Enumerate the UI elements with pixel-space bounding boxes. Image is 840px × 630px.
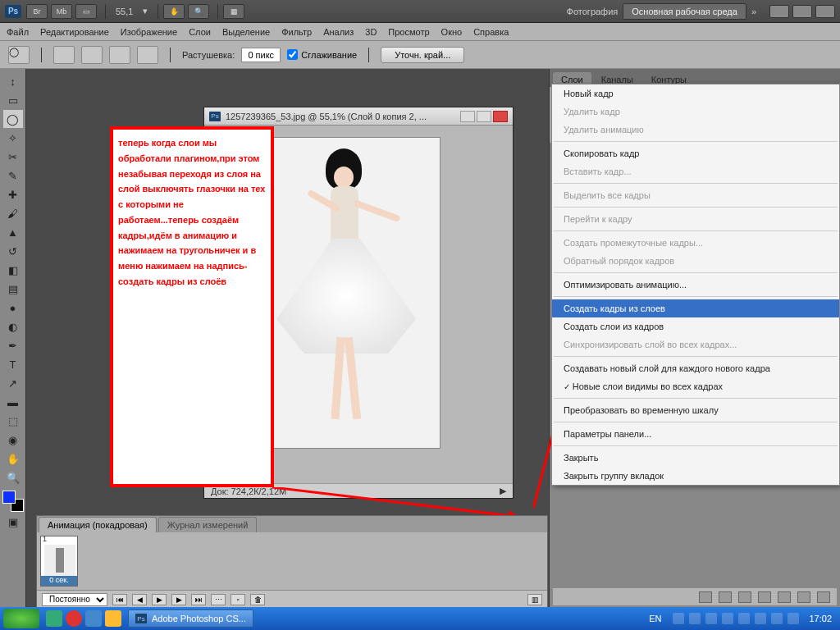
menu-close-tab-group[interactable]: Закрыть группу вкладок (552, 467, 839, 485)
link-layers-icon[interactable] (699, 591, 712, 603)
ql-folder-icon[interactable] (105, 610, 121, 627)
bridge-button[interactable]: Br (26, 4, 48, 19)
tray-icon-5[interactable] (738, 613, 750, 624)
move-tool[interactable]: ↕ (3, 72, 23, 90)
dodge-tool[interactable]: ◐ (3, 317, 23, 336)
delete-layer-icon[interactable] (817, 591, 830, 603)
menu-analysis[interactable]: Анализ (323, 27, 354, 37)
selection-new-icon[interactable] (53, 46, 75, 64)
eyedropper-tool[interactable]: ✎ (3, 167, 23, 185)
menu-window[interactable]: Окно (441, 27, 463, 37)
tray-icon-7[interactable] (771, 613, 783, 624)
crop-tool[interactable]: ✂ (3, 148, 23, 166)
brush-tool[interactable]: 🖌 (3, 204, 23, 222)
ql-opera-icon[interactable] (66, 610, 82, 627)
lasso-tool[interactable]: ◯ (3, 110, 23, 128)
marquee-tool[interactable]: ▭ (3, 91, 23, 109)
menu-new-frame[interactable]: Новый кадр (552, 84, 839, 103)
history-brush-tool[interactable]: ↺ (3, 242, 23, 260)
frame-duration[interactable]: 0 сек. (41, 576, 77, 586)
blur-tool[interactable]: ● (3, 299, 23, 317)
selection-subtract-icon[interactable] (109, 46, 130, 64)
screenmode-button[interactable]: ▭ (75, 4, 97, 19)
ql-ie-icon[interactable] (85, 610, 102, 627)
taskbar-app-photoshop[interactable]: Ps Adobe Photoshop CS... (128, 609, 253, 628)
tray-antivirus-icon[interactable] (755, 613, 766, 624)
tray-volume-icon[interactable] (722, 613, 733, 624)
next-frame-button[interactable]: ▶ (171, 594, 186, 605)
new-frame-button[interactable]: ▫ (231, 594, 245, 605)
menu-view[interactable]: Просмотр (388, 27, 429, 37)
doc-maximize-button[interactable] (477, 111, 491, 122)
adjustment-layer-icon[interactable] (758, 591, 771, 603)
refine-edge-button[interactable]: Уточн. край... (381, 47, 464, 63)
zoom-button[interactable]: 🔍 (188, 4, 209, 19)
tray-icon-1[interactable] (673, 613, 684, 624)
menu-select[interactable]: Выделение (222, 27, 270, 37)
ql-icon-1[interactable] (46, 610, 62, 627)
stamp-tool[interactable]: ▲ (3, 223, 23, 241)
layer-mask-icon[interactable] (738, 591, 751, 603)
3d-tool[interactable]: ⬚ (3, 412, 23, 430)
shape-tool[interactable]: ▬ (3, 393, 23, 411)
doc-close-button[interactable] (493, 111, 508, 122)
tray-icon-2[interactable] (689, 613, 701, 624)
tween-button[interactable]: ⋯ (211, 594, 226, 605)
path-tool[interactable]: ↗ (3, 374, 23, 392)
document-titlebar[interactable]: Ps 1257239365_53.jpg @ 55,1% (Слой 0 коп… (204, 107, 513, 126)
prev-frame-button[interactable]: ◀ (132, 594, 147, 605)
menu-convert-timeline[interactable]: Преобразовать во временную шкалу (552, 401, 839, 419)
foreground-color-swatch[interactable] (2, 491, 16, 504)
new-layer-icon[interactable] (797, 591, 810, 603)
feather-input[interactable] (241, 48, 281, 62)
zoom-dropdown-icon[interactable]: ▾ (143, 6, 148, 16)
menu-close-panel[interactable]: Закрыть (552, 449, 839, 467)
menu-make-frames-from-layers[interactable]: Создать кадры из слоев (552, 299, 839, 317)
antialias-checkbox[interactable]: Сглаживание (287, 49, 357, 60)
current-tool-icon[interactable]: ◯ (8, 46, 30, 64)
zoom-tool[interactable]: 🔍 (3, 468, 23, 486)
selection-add-icon[interactable] (81, 46, 103, 64)
menu-flatten-frames[interactable]: Создать слои из кадров (552, 317, 839, 336)
workspace-more-icon[interactable]: » (751, 7, 756, 16)
menu-optimize-animation[interactable]: Оптимизировать анимацию... (552, 276, 839, 294)
essentials-label[interactable]: Фотография (567, 7, 619, 16)
3d-camera-tool[interactable]: ◉ (3, 431, 23, 449)
color-swatches[interactable] (2, 491, 24, 512)
window-minimize-button[interactable] (769, 5, 789, 18)
pen-tool[interactable]: ✒ (3, 336, 23, 354)
window-restore-button[interactable] (792, 5, 812, 18)
animation-tab[interactable]: Анимация (покадровая) (39, 517, 157, 532)
menu-3d[interactable]: 3D (365, 27, 377, 37)
menu-edit[interactable]: Редактирование (40, 27, 109, 37)
layer-group-icon[interactable] (778, 591, 791, 603)
hand-tool[interactable]: ✋ (3, 450, 23, 468)
tray-icon-8[interactable] (788, 613, 799, 624)
minibridge-button[interactable]: Mb (51, 4, 72, 19)
doc-status-arrow-icon[interactable]: ▶ (500, 486, 506, 496)
taskbar-clock[interactable]: 17:02 (809, 614, 832, 623)
menu-image[interactable]: Изображение (121, 27, 177, 37)
start-button[interactable] (3, 609, 39, 628)
menu-help[interactable]: Справка (473, 27, 509, 37)
menu-new-layer-per-frame[interactable]: Создавать новый слой для каждого нового … (552, 359, 839, 377)
menu-copy-frame[interactable]: Скопировать кадр (552, 144, 839, 162)
hand-button[interactable]: ✋ (163, 4, 185, 19)
window-close-button[interactable] (815, 5, 835, 18)
play-button[interactable]: ▶ (152, 594, 167, 605)
workspace-switcher[interactable]: Основная рабочая среда (623, 3, 746, 20)
menu-layer[interactable]: Слои (189, 27, 211, 37)
first-frame-button[interactable]: ⏮ (112, 594, 127, 605)
tray-icon-3[interactable] (705, 613, 717, 624)
animation-frame-1[interactable]: 1 0 сек. (40, 536, 78, 587)
menu-new-layers-visible[interactable]: Новые слои видимы во всех кадрах (552, 377, 839, 395)
quickmask-toggle[interactable]: ▣ (3, 513, 23, 531)
wand-tool[interactable]: ✧ (3, 129, 23, 147)
language-indicator[interactable]: EN (649, 614, 661, 623)
delete-frame-button[interactable]: 🗑 (250, 594, 265, 605)
timeline-mode-button[interactable]: ▥ (527, 594, 542, 605)
menu-filter[interactable]: Фильтр (281, 27, 312, 37)
selection-intersect-icon[interactable] (137, 46, 158, 64)
type-tool[interactable]: T (3, 355, 23, 373)
loop-select[interactable]: Постоянно (42, 593, 107, 606)
